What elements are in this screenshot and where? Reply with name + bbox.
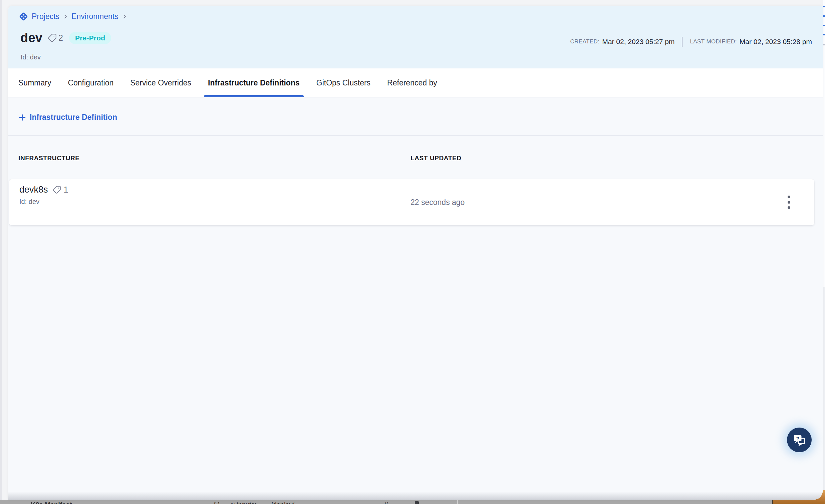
column-header-last-updated: LAST UPDATED [410, 154, 462, 162]
title-row: dev 2 Pre-Prod [20, 31, 111, 45]
chevron-right-icon [122, 14, 128, 20]
background-fragment: /deploy/ [271, 501, 294, 504]
sliver-blue-line [823, 25, 825, 26]
kebab-dot [788, 196, 790, 198]
background-strip-divider [457, 500, 458, 504]
column-header-infrastructure: INFRASTRUCTURE [18, 154, 80, 162]
kebab-dot [788, 206, 790, 209]
tab-summary[interactable]: Summary [14, 68, 55, 97]
background-fragment: <+inputs> [229, 501, 258, 504]
tab-content: Infrastructure Definition INFRASTRUCTURE… [8, 97, 823, 500]
background-fragment-icon [415, 501, 419, 504]
chevron-right-icon [62, 14, 68, 20]
sliver-lower-area [823, 287, 825, 490]
background-window-strip: K8s Manifest { } <+inputs> /deploy/ // [0, 500, 772, 504]
screen-edge [0, 0, 2, 504]
breadcrumb: Projects Environments [18, 11, 128, 22]
page-title: dev [20, 31, 43, 45]
environment-id: Id: dev [21, 53, 41, 61]
help-chat-button[interactable]: ? [787, 428, 812, 452]
tab-gitops-clusters[interactable]: GitOps Clusters [312, 68, 374, 97]
timestamp-divider [682, 37, 682, 47]
add-infrastructure-definition-label: Infrastructure Definition [30, 113, 117, 122]
add-infrastructure-definition-button[interactable]: Infrastructure Definition [18, 113, 117, 122]
sliver-gray-line [823, 44, 825, 46]
app-window: Projects Environments dev [8, 6, 823, 500]
infrastructure-name: devk8s [19, 185, 48, 195]
tab-referenced-by[interactable]: Referenced by [383, 68, 441, 97]
help-chat-icon: ? [792, 433, 806, 447]
tab-service-overrides[interactable]: Service Overrides [126, 68, 195, 97]
row-options-menu-button[interactable] [785, 194, 792, 211]
environment-type-badge: Pre-Prod [69, 32, 111, 44]
timestamps: CREATED: Mar 02, 2023 05:27 pm LAST MODI… [570, 37, 812, 47]
sliver-blue-line [823, 15, 825, 17]
background-window-right-sliver [823, 0, 825, 490]
tags-indicator: 2 [48, 33, 63, 43]
svg-text:?: ? [796, 436, 799, 441]
plus-icon [18, 114, 26, 122]
last-updated-cell: 22 seconds ago [410, 179, 464, 225]
tab-configuration[interactable]: Configuration [64, 68, 118, 97]
infrastructure-cell: devk8s 1 Id: dev [19, 185, 68, 206]
sliver-blue-line [823, 34, 825, 35]
projects-icon [18, 11, 29, 22]
environment-tabs: Summary Configuration Service Overrides … [8, 68, 823, 97]
last-modified-label: LAST MODIFIED: [690, 39, 737, 45]
tab-infrastructure-definitions[interactable]: Infrastructure Definitions [204, 68, 304, 97]
breadcrumb-projects-link[interactable]: Projects [32, 12, 59, 21]
screen: K8s Manifest { } <+inputs> /deploy/ // [0, 0, 825, 504]
background-fragment: K8s Manifest [31, 501, 72, 504]
table-row[interactable]: devk8s 1 Id: dev 22 seconds ago [9, 179, 814, 225]
section-divider [8, 135, 823, 136]
tag-count: 2 [58, 33, 63, 43]
infrastructure-id: Id: dev [19, 198, 68, 206]
tag-icon [53, 186, 61, 194]
last-modified-value: Mar 02, 2023 05:28 pm [740, 38, 812, 46]
tag-icon [48, 33, 57, 43]
created-label: CREATED: [570, 39, 599, 45]
sliver-blue-line [823, 6, 825, 7]
breadcrumb-environments-link[interactable]: Environments [71, 12, 119, 21]
created-value: Mar 02, 2023 05:27 pm [602, 38, 674, 46]
background-fragment: { } [214, 501, 220, 504]
kebab-dot [788, 201, 790, 204]
row-tag-count: 1 [64, 185, 68, 195]
environment-header: Projects Environments dev [8, 6, 823, 68]
background-fragment: // [384, 501, 387, 504]
